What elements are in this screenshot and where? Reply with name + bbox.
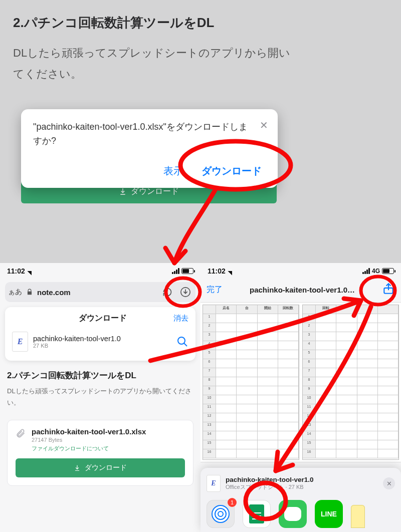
battery-icon [382, 268, 394, 274]
location-icon [27, 267, 36, 276]
page-subtext: DLしたら頑張ってスプレッドシートのアプリから開いてください。 [13, 43, 294, 85]
attachment-size: 27147 Bytes [32, 437, 146, 443]
attachment-download-button[interactable]: ダウンロード [16, 458, 185, 477]
file-icon: E [12, 332, 28, 352]
download-dialog: "pachinko-kaiten-tool-ver1.0.xlsx"をダウンロー… [21, 109, 278, 188]
share-icon[interactable] [382, 282, 395, 297]
status-time: 11:02 [208, 267, 226, 275]
page-subtext: DLしたら頑張ってスプレッドシートのアプリから開いてください。 [7, 385, 193, 409]
location-icon [228, 267, 236, 276]
search-icon[interactable] [176, 336, 188, 348]
page-heading: 2.パチンコ回転数計算ツールをDL [7, 370, 193, 381]
done-button[interactable]: 完了 [207, 285, 223, 295]
svg-point-1 [178, 337, 185, 344]
status-time: 11:02 [7, 267, 25, 275]
file-icon: E [207, 475, 221, 492]
download-item[interactable]: E pachinko-kaiten-tool-ver1.0 27 KB [12, 329, 188, 355]
network-label: 4G [372, 268, 380, 275]
reload-icon[interactable] [160, 285, 174, 299]
page-heading: 2.パチンコ回転数計算ツールをDL [13, 14, 388, 32]
lock-icon [26, 289, 33, 296]
dialog-message: "pachinko-kaiten-tool-ver1.0.xlsx"をダウンロー… [33, 120, 266, 148]
url-text: note.com [37, 288, 71, 297]
download-file-name: pachinko-kaiten-tool-ver1.0 [33, 335, 171, 343]
downloads-icon[interactable] [178, 285, 192, 299]
notes-icon[interactable] [351, 505, 365, 528]
share-app-row: 1 LINE [207, 500, 395, 528]
messages-icon[interactable] [279, 500, 307, 528]
view-button[interactable]: 表示 [159, 162, 187, 180]
attachment-info-link[interactable]: ファイルダウンロードについて [32, 445, 146, 452]
top-panel: 2.パチンコ回転数計算ツールをDL DLしたら頑張ってスプレッドシートのアプリか… [0, 0, 401, 263]
preview-title: pachinko-kaiten-tool-ver1.0… [250, 286, 355, 294]
safari-screenshot: 11:02 ぁあ note.com ダウンロード 消去 [0, 263, 200, 532]
paperclip-icon [16, 428, 26, 438]
downloads-title: ダウンロード [32, 313, 173, 324]
attachment-card: pachinko-kaiten-tool-ver1.0.xlsx 27147 B… [7, 420, 193, 486]
clear-button[interactable]: 消去 [173, 314, 188, 323]
spreadsheet-preview[interactable]: 店名台開始回転数12345678910111213141516 回転123456… [200, 302, 401, 462]
battery-icon [181, 268, 193, 274]
airdrop-badge: 1 [228, 498, 237, 507]
downloads-panel: ダウンロード 消去 E pachinko-kaiten-tool-ver1.0 … [5, 307, 195, 361]
attachment-name: pachinko-kaiten-tool-ver1.0.xlsx [32, 427, 146, 436]
close-icon[interactable]: ✕ [258, 119, 270, 131]
preview-share-screenshot: 11:02 4G 完了 pachinko-kaiten-tool-ver1.0…… [200, 263, 401, 532]
preview-header: 完了 pachinko-kaiten-tool-ver1.0… [200, 277, 401, 298]
google-sheets-icon[interactable] [243, 500, 271, 528]
close-icon[interactable]: ✕ [383, 477, 395, 489]
reader-icon[interactable]: ぁあ [8, 288, 22, 297]
download-file-size: 27 KB [33, 343, 171, 349]
signal-icon [362, 268, 370, 274]
status-bar: 11:02 [0, 263, 200, 277]
line-icon[interactable]: LINE [315, 500, 343, 528]
airdrop-icon[interactable]: 1 [207, 500, 235, 528]
signal-icon [172, 268, 179, 274]
share-sheet: E pachinko-kaiten-tool-ver1.0 Officeスプレッ… [200, 468, 401, 532]
address-bar[interactable]: ぁあ note.com [5, 282, 195, 302]
share-file-meta: Officeスプレッドシート · 27 KB [226, 483, 314, 491]
share-file-name: pachinko-kaiten-tool-ver1.0 [226, 476, 314, 483]
download-button[interactable]: ダウンロード [197, 162, 266, 180]
status-bar: 11:02 4G [200, 263, 401, 277]
